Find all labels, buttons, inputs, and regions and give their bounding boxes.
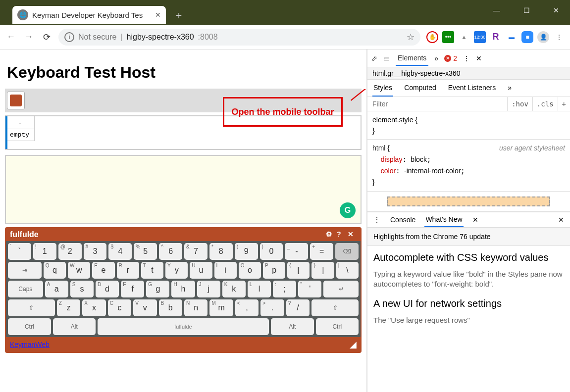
drive-icon[interactable]: ▲ <box>458 31 470 43</box>
key-b[interactable]: Bb <box>159 299 182 316</box>
chat-icon[interactable]: ▬ <box>506 31 518 43</box>
site-info-icon[interactable]: i <box>64 32 74 42</box>
key-;[interactable]: :; <box>273 281 296 297</box>
resize-handle-icon[interactable]: ◢ <box>350 339 357 350</box>
shift-key-l[interactable]: ⇧ <box>8 299 55 316</box>
tab-event-listeners[interactable]: Event Listeners <box>447 80 497 97</box>
key-j[interactable]: Jj <box>197 281 220 297</box>
key-w[interactable]: Ww <box>68 262 90 279</box>
key-6[interactable]: ^6 <box>159 243 182 260</box>
avatar-icon[interactable]: 👤 <box>537 31 549 43</box>
key-5[interactable]: %5 <box>134 243 157 260</box>
key-i[interactable]: Ii <box>214 262 237 279</box>
zoom-icon[interactable]: ■ <box>521 31 533 43</box>
address-bar[interactable]: i Not secure | higby-spectre-x360:8008 ☆ <box>58 29 420 46</box>
keymanweb-link[interactable]: KeymanWeb <box>10 341 50 348</box>
browser-tab[interactable]: 🌐 Keyman Developer Keyboard Tes ✕ <box>12 6 166 24</box>
tab-whats-new[interactable]: What's New <box>424 212 463 227</box>
enter-key[interactable]: ↵ <box>323 281 359 297</box>
tab-key[interactable]: ⇥ <box>8 262 42 279</box>
gear-icon[interactable]: ⚙ <box>326 230 335 239</box>
inspect-icon[interactable]: ⬀ <box>371 54 377 62</box>
shift-key[interactable]: ⇧ <box>311 299 359 316</box>
key-\[interactable]: |\ <box>336 262 359 279</box>
key-'[interactable]: "' <box>298 281 321 297</box>
extension-badge[interactable]: 12:30 <box>474 31 486 43</box>
key-8[interactable]: *8 <box>209 243 233 260</box>
ctrl-key[interactable]: Ctrl <box>8 318 51 335</box>
key-r[interactable]: Rr <box>117 262 139 279</box>
key-3[interactable]: #3 <box>84 243 107 260</box>
style-rule-html[interactable]: html {user agent stylesheet display: blo… <box>367 140 570 192</box>
back-button[interactable]: ← <box>5 32 17 42</box>
key-4[interactable]: $4 <box>108 243 132 260</box>
key-u[interactable]: Uu <box>190 262 212 279</box>
key-z[interactable]: Zz <box>57 299 80 316</box>
more-tabs-icon[interactable]: » <box>434 54 438 62</box>
forward-button[interactable]: → <box>23 32 35 42</box>
key-o[interactable]: Oo <box>239 262 261 279</box>
keyman-tile-button[interactable] <box>7 92 25 109</box>
key-p[interactable]: Pp <box>263 262 285 279</box>
tab-elements[interactable]: Elements <box>396 51 428 66</box>
key-n[interactable]: Nn <box>184 299 207 316</box>
key-[[interactable]: {[ <box>287 262 310 279</box>
new-tab-button[interactable]: ＋ <box>172 8 186 22</box>
key-.[interactable]: >. <box>260 299 284 316</box>
close-drawer-icon[interactable]: ✕ <box>557 213 565 227</box>
key-/[interactable]: ?/ <box>286 299 310 316</box>
key-q[interactable]: Qq <box>44 262 66 279</box>
key-v[interactable]: Vv <box>133 299 156 316</box>
alt-key[interactable]: Alt <box>53 318 96 335</box>
devtools-menu-icon[interactable]: ⋮ <box>463 54 470 62</box>
key-g[interactable]: Gg <box>146 281 169 297</box>
key--[interactable]: _- <box>285 243 308 260</box>
add-rule-button[interactable]: + <box>558 97 570 111</box>
key-x[interactable]: Xx <box>82 299 105 316</box>
alt-key-r[interactable]: Alt <box>271 318 314 335</box>
maximize-button[interactable]: ☐ <box>517 4 536 16</box>
browser-menu-icon[interactable]: ⋮ <box>553 31 565 43</box>
key-=[interactable]: += <box>310 243 333 260</box>
more-style-tabs[interactable]: » <box>507 80 513 97</box>
key-s[interactable]: Ss <box>70 281 94 297</box>
cls-button[interactable]: .cls <box>532 97 558 111</box>
lastpass-icon[interactable]: ••• <box>442 31 454 43</box>
ctrl-key-r[interactable]: Ctrl <box>316 318 359 335</box>
close-keyboard-icon[interactable]: ✕ <box>348 230 357 239</box>
close-window-button[interactable]: ✕ <box>546 4 566 16</box>
hov-button[interactable]: :hov <box>507 97 532 111</box>
key-d[interactable]: Dd <box>96 281 119 297</box>
key-y[interactable]: Yy <box>165 262 188 279</box>
grammarly-icon[interactable]: G <box>340 202 356 218</box>
key-,[interactable]: <, <box>235 299 259 316</box>
key-l[interactable]: Ll <box>248 281 271 297</box>
key-c[interactable]: Cc <box>108 299 131 316</box>
help-icon[interactable]: ? <box>337 230 346 239</box>
bookmark-icon[interactable]: ☆ <box>407 32 415 43</box>
space-key[interactable]: fulfulde <box>98 318 269 335</box>
backspace-key[interactable]: ⌫ <box>335 243 359 260</box>
key-t[interactable]: Tt <box>141 262 163 279</box>
key-e[interactable]: Ee <box>92 262 114 279</box>
minimize-button[interactable]: — <box>487 4 507 16</box>
reload-button[interactable]: ⟳ <box>41 32 52 43</box>
key-f[interactable]: Ff <box>121 281 144 297</box>
tab-console[interactable]: Console <box>389 213 416 227</box>
style-rule-element[interactable]: element.style {} <box>367 111 570 140</box>
device-toolbar-icon[interactable]: ▭ <box>383 54 390 62</box>
dom-breadcrumb[interactable]: html.gr__higby-spectre-x360 <box>367 67 570 80</box>
key-`[interactable]: `` <box>8 243 31 260</box>
key-0[interactable]: )0 <box>260 243 283 260</box>
textarea[interactable]: G <box>5 155 362 224</box>
key-a[interactable]: Aa <box>45 281 68 297</box>
tab-computed[interactable]: Computed <box>403 80 437 97</box>
key-7[interactable]: &7 <box>184 243 207 260</box>
tab-close-icon[interactable]: ✕ <box>155 11 161 19</box>
key-1[interactable]: !1 <box>33 243 56 260</box>
key-2[interactable]: @2 <box>58 243 82 260</box>
key-][interactable]: }] <box>311 262 334 279</box>
devtools-close-icon[interactable]: ✕ <box>476 54 482 62</box>
error-count[interactable]: ✕2 <box>444 54 457 62</box>
key-9[interactable]: (9 <box>235 243 258 260</box>
